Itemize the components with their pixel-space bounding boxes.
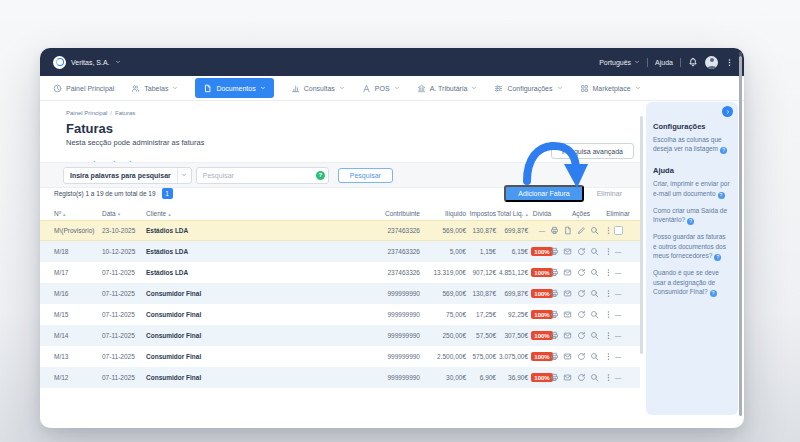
table-row[interactable]: M/13 07-11-2025 Consumidor Final 9999999… xyxy=(40,346,640,367)
window-scrollbar-thumb[interactable] xyxy=(739,56,742,416)
sidebar-help-link[interactable]: Posso guardar as faturas e outros docume… xyxy=(653,232,731,261)
nav-item-painel-principal[interactable]: Painel Principal xyxy=(53,84,114,93)
refresh-icon[interactable] xyxy=(577,268,586,277)
column-header-total-liq[interactable]: Total Líq.▴ xyxy=(496,210,528,217)
table-row[interactable]: M/15 07-11-2025 Consumidor Final 9999999… xyxy=(40,304,640,325)
table-row[interactable]: M\(Provisório) 23-10-2025 Estádios LDA 2… xyxy=(40,220,640,241)
user-avatar[interactable] xyxy=(705,56,718,69)
topbar: Veritas, S.A. Português Ajuda xyxy=(40,48,744,76)
table-row[interactable]: M/18 10-12-2025 Estádios LDA 237463326 5… xyxy=(40,241,640,262)
table-row[interactable]: M/14 07-11-2025 Consumidor Final 9999999… xyxy=(40,325,640,346)
help-link[interactable]: Ajuda xyxy=(655,59,673,66)
bank-icon xyxy=(417,84,426,93)
refresh-icon[interactable] xyxy=(577,289,586,298)
sidebar-help-link[interactable]: Criar, imprimir e enviar por e-mail um d… xyxy=(653,179,731,198)
printer-icon[interactable] xyxy=(550,373,559,382)
nav-item-tabelas[interactable]: Tabelas xyxy=(131,84,178,93)
column-header-iliquido: Ilíquido xyxy=(420,210,466,217)
refresh-icon[interactable] xyxy=(577,247,586,256)
search-icon[interactable] xyxy=(590,226,599,235)
divider xyxy=(647,58,648,67)
pencil-icon[interactable] xyxy=(577,226,586,235)
mail-icon[interactable] xyxy=(563,331,572,340)
refresh-icon[interactable] xyxy=(577,352,586,361)
sidebar-help-link[interactable]: Como criar uma Saída de Inventário? xyxy=(653,206,731,225)
search-icon[interactable] xyxy=(590,310,599,319)
column-header-n[interactable]: Nº▴ xyxy=(54,210,102,217)
refresh-icon[interactable] xyxy=(577,331,586,340)
cell-contribuinte: 999999990 xyxy=(320,332,420,339)
printer-icon[interactable] xyxy=(550,289,559,298)
search-icon[interactable] xyxy=(590,331,599,340)
info-icon xyxy=(687,218,694,225)
sidebar-collapse-button[interactable] xyxy=(722,106,733,117)
cell-cliente: Estádios LDA xyxy=(146,227,320,234)
sidebar-help-link[interactable]: Escolha as colunas que deseja ver na lis… xyxy=(653,135,731,154)
mail-icon[interactable] xyxy=(563,268,572,277)
search-help-icon[interactable] xyxy=(316,171,325,180)
refresh-icon[interactable] xyxy=(577,310,586,319)
mail-icon[interactable] xyxy=(563,247,572,256)
row-checkbox[interactable] xyxy=(614,226,623,235)
chevron-down-icon xyxy=(172,85,178,91)
eliminar-none: — xyxy=(615,374,622,381)
mail-icon[interactable] xyxy=(563,310,572,319)
search-field-select[interactable]: Insira palavras para pesquisar xyxy=(63,167,192,184)
search-input[interactable]: Pesquisar xyxy=(196,167,329,184)
search-icon[interactable] xyxy=(590,247,599,256)
sidebar-help-link[interactable]: Quando é que se deve usar a designação d… xyxy=(653,268,731,297)
search-icon[interactable] xyxy=(590,373,599,382)
mail-icon[interactable] xyxy=(563,373,572,382)
printer-icon[interactable] xyxy=(550,226,559,235)
nav-item-documentos[interactable]: Documentos xyxy=(195,78,273,98)
mail-icon[interactable] xyxy=(563,289,572,298)
search-button[interactable]: Pesquisar xyxy=(338,168,393,183)
page-number-chip[interactable]: 1 xyxy=(162,188,173,199)
search-icon[interactable] xyxy=(590,289,599,298)
printer-icon[interactable] xyxy=(550,268,559,277)
table-row[interactable]: M/12 07-11-2025 Consumidor Final 9999999… xyxy=(40,367,640,388)
nav-item-consultas[interactable]: Consultas xyxy=(291,84,345,93)
language-menu[interactable]: Português xyxy=(599,59,640,66)
table-row[interactable]: M/17 07-11-2025 Estádios LDA 237463326 1… xyxy=(40,262,640,283)
cell-total-liquido: 699,87€ xyxy=(496,290,528,297)
content-scrollbar-thumb[interactable] xyxy=(640,116,643,354)
grid-icon xyxy=(580,84,589,93)
add-invoice-button[interactable]: Adicionar Fatura xyxy=(504,185,583,202)
search-icon[interactable] xyxy=(590,268,599,277)
printer-icon[interactable] xyxy=(550,310,559,319)
cell-numero: M/12 xyxy=(54,374,102,381)
table-row[interactable]: M/16 07-11-2025 Consumidor Final 9999999… xyxy=(40,283,640,304)
column-header-cliente[interactable]: Cliente▴ xyxy=(146,210,320,217)
cell-eliminar: — xyxy=(606,374,630,381)
eliminar-none: — xyxy=(615,248,622,255)
printer-icon[interactable] xyxy=(550,352,559,361)
file-icon[interactable] xyxy=(563,226,572,235)
nav-item-label: POS xyxy=(375,85,390,92)
mail-icon[interactable] xyxy=(563,352,572,361)
refresh-icon[interactable] xyxy=(577,373,586,382)
nav-item-a-tributaria[interactable]: A. Tributária xyxy=(417,84,478,93)
nav-item-marketplace[interactable]: Marketplace xyxy=(580,84,641,93)
printer-icon[interactable] xyxy=(550,331,559,340)
advanced-search-button[interactable]: Pesquisa avançada xyxy=(551,143,634,159)
cell-cliente: Consumidor Final xyxy=(146,311,320,318)
cell-iliquido: 30,00€ xyxy=(420,374,466,381)
nav-item-configuracoes[interactable]: Configurações xyxy=(494,84,562,93)
company-menu[interactable]: Veritas, S.A. xyxy=(53,56,121,69)
column-header-data[interactable]: Data▾ xyxy=(102,210,146,217)
nav-item-label: A. Tributária xyxy=(430,85,468,92)
cell-numero: M/14 xyxy=(54,332,102,339)
search-icon[interactable] xyxy=(590,352,599,361)
delete-button[interactable]: Eliminar xyxy=(597,190,622,197)
bell-icon[interactable] xyxy=(688,57,698,67)
cell-contribuinte: 999999990 xyxy=(320,374,420,381)
sidebar-section-configuracoes: Configurações xyxy=(653,122,731,131)
printer-icon[interactable] xyxy=(550,247,559,256)
overflow-menu-icon[interactable] xyxy=(725,58,734,67)
breadcrumb-painel-principal[interactable]: Painel Principal xyxy=(66,110,107,116)
nav-item-label: Marketplace xyxy=(593,85,631,92)
chevron-down-icon xyxy=(339,85,345,91)
nav-item-pos[interactable]: POS xyxy=(362,84,400,93)
breadcrumb-faturas[interactable]: Faturas xyxy=(115,110,135,116)
